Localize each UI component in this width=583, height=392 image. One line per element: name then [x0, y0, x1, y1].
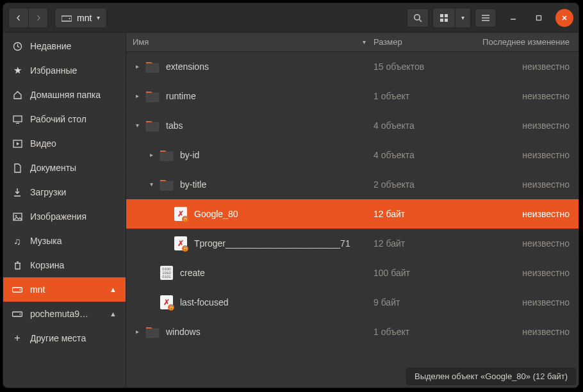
expander-icon[interactable]: ▾ — [147, 181, 156, 188]
music-icon: ♫ — [12, 236, 22, 247]
svg-line-3 — [420, 19, 422, 22]
sidebar-item-image[interactable]: Изображения — [3, 204, 126, 229]
expander-icon[interactable]: ▸ — [133, 92, 142, 99]
folder-icon — [145, 89, 160, 103]
sidebar-item-star[interactable]: ★Избранные — [3, 58, 126, 83]
sidebar-item-desktop[interactable]: Рабочий стол — [3, 107, 126, 131]
minimize-button[interactable] — [504, 9, 522, 27]
file-modified: неизвестно — [463, 268, 579, 278]
close-button[interactable] — [555, 9, 573, 27]
file-size: 4 объекта — [374, 150, 463, 160]
svg-rect-7 — [445, 19, 448, 22]
svg-rect-30 — [146, 329, 159, 338]
sidebar-item-drive[interactable]: mnt▲ — [3, 277, 126, 302]
sidebar-item-label: Недавние — [30, 41, 71, 51]
sidebar-item-label: Рабочий стол — [30, 114, 86, 124]
link-icon: ✗🔒 — [174, 207, 188, 221]
file-row[interactable]: ✗🔒Tproger_______________________7112 бай… — [126, 229, 579, 258]
file-row[interactable]: 010010100101create100 байтнеизвестно — [126, 258, 579, 288]
maximize-button[interactable] — [530, 9, 548, 27]
column-size[interactable]: Размер — [374, 37, 463, 47]
sidebar-item-clock[interactable]: Недавние — [3, 34, 126, 58]
drive-icon — [12, 310, 22, 318]
folder-icon — [145, 60, 160, 74]
expander-icon[interactable]: ▸ — [147, 151, 156, 158]
sidebar-item-music[interactable]: ♫Музыка — [3, 229, 126, 253]
folder-row[interactable]: ▸windows1 объектнеизвестно — [126, 317, 579, 347]
file-name: runtime — [166, 91, 374, 101]
file-modified: неизвестно — [463, 150, 579, 160]
drive-icon — [12, 286, 22, 293]
file-name: tabs — [166, 120, 374, 131]
file-modified: неизвестно — [463, 238, 579, 249]
back-button[interactable] — [9, 8, 28, 28]
folder-row[interactable]: ▸extensions15 объектовнеизвестно — [126, 52, 579, 81]
sidebar-item-label: Корзина — [30, 260, 64, 270]
sidebar-item-label: mnt — [30, 284, 45, 295]
file-size: 12 байт — [374, 238, 463, 249]
svg-rect-16 — [13, 116, 22, 122]
column-name-label: Имя — [133, 37, 149, 47]
sidebar-item-label: Загрузки — [30, 187, 66, 197]
lock-icon: 🔒 — [182, 245, 188, 252]
file-name: last-focused — [180, 297, 374, 307]
folder-icon — [145, 325, 160, 339]
svg-point-24 — [20, 314, 21, 315]
drive-icon — [62, 14, 72, 22]
svg-rect-27 — [146, 122, 159, 131]
svg-rect-6 — [440, 19, 443, 22]
forward-button[interactable] — [28, 8, 47, 28]
folder-icon — [145, 118, 160, 133]
bin-icon: 010010100101 — [160, 266, 174, 280]
column-modified[interactable]: Последнее изменение — [463, 37, 579, 47]
sidebar-item-download[interactable]: Загрузки — [3, 180, 126, 204]
file-row[interactable]: ✗🔒last-focused9 байтнеизвестно — [126, 288, 579, 317]
folder-row[interactable]: ▾by-title2 объектанеизвестно — [126, 170, 579, 199]
view-dropdown-button[interactable]: ▾ — [455, 8, 470, 28]
hamburger-menu-button[interactable] — [475, 8, 497, 28]
file-list[interactable]: ▸extensions15 объектовнеизвестно▸runtime… — [126, 52, 579, 388]
file-name: Google_80 — [194, 209, 374, 219]
column-name[interactable]: Имя ▾ — [126, 37, 374, 47]
folder-row[interactable]: ▸runtime1 объектнеизвестно — [126, 81, 579, 111]
sidebar-item-video[interactable]: Видео — [3, 131, 126, 156]
expander-icon[interactable]: ▸ — [133, 328, 142, 335]
main-pane: Имя ▾ Размер Последнее изменение ▸extens… — [126, 33, 579, 388]
sidebar-item-trash[interactable]: Корзина — [3, 253, 126, 277]
clock-icon — [12, 42, 22, 51]
sidebar-item-label: Избранные — [30, 65, 77, 76]
file-name: extensions — [166, 61, 374, 72]
link-icon: ✗🔒 — [174, 236, 188, 250]
path-label: mnt — [77, 13, 92, 23]
sort-indicator-icon: ▾ — [363, 38, 366, 45]
sidebar-item-label: Другие места — [30, 333, 86, 343]
file-name: windows — [166, 327, 374, 337]
expander-icon[interactable]: ▸ — [133, 63, 142, 70]
eject-icon[interactable]: ▲ — [110, 286, 117, 293]
folder-row[interactable]: ▾tabs4 объектанеизвестно — [126, 111, 579, 140]
lock-icon: 🔒 — [182, 216, 188, 222]
sidebar-item-plus[interactable]: +Другие места — [3, 326, 126, 350]
search-button[interactable] — [407, 8, 429, 28]
view-grid-button[interactable] — [433, 8, 455, 28]
home-icon — [12, 90, 22, 100]
view-group: ▾ — [432, 8, 471, 28]
svg-point-20 — [15, 215, 16, 216]
body: Недавние★ИзбранныеДомашняя папкаРабочий … — [3, 33, 579, 388]
svg-rect-26 — [146, 93, 159, 102]
svg-rect-28 — [160, 152, 173, 161]
desktop-icon — [12, 115, 22, 124]
column-header: Имя ▾ Размер Последнее изменение — [126, 33, 579, 52]
lock-icon: 🔒 — [168, 304, 174, 311]
eject-icon[interactable]: ▲ — [110, 310, 117, 318]
file-name: Tproger_______________________71 — [194, 238, 374, 249]
sidebar-item-home[interactable]: Домашняя папка — [3, 83, 126, 107]
folder-row[interactable]: ▸by-id4 объектанеизвестно — [126, 140, 579, 170]
file-row[interactable]: ✗🔒Google_8012 байтнеизвестно — [126, 199, 579, 229]
doc-icon — [12, 163, 22, 173]
path-bar[interactable]: mnt ▾ — [54, 8, 107, 28]
sidebar-item-doc[interactable]: Документы — [3, 156, 126, 180]
sidebar-item-label: Видео — [30, 138, 56, 149]
sidebar-item-drive[interactable]: pochemuta9…▲ — [3, 302, 126, 326]
expander-icon[interactable]: ▾ — [133, 122, 142, 129]
